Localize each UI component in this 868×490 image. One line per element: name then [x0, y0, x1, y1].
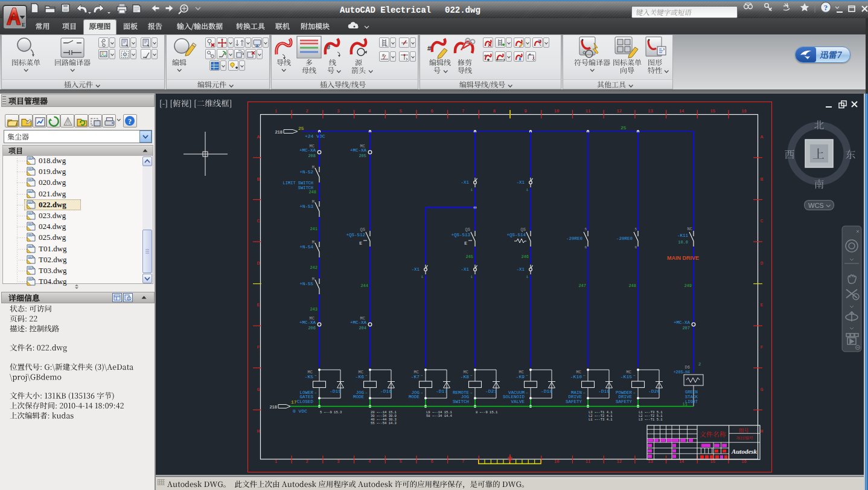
svg-text:241: 241: [310, 227, 318, 231]
svg-text:8 ~--9 15.1: 8 ~--9 15.1: [476, 410, 498, 414]
svg-text:+N-55: +N-55: [299, 282, 313, 286]
svg-text:F: F: [761, 344, 764, 350]
svg-text:M: M: [312, 199, 314, 204]
svg-text:-K6: -K6: [356, 374, 365, 379]
svg-text:6: 6: [430, 109, 433, 114]
svg-text:D: D: [761, 260, 764, 266]
svg-text:SWITCH: SWITCH: [453, 399, 469, 404]
svg-text:L1 ~--T3 4.1: L1 ~--T3 4.1: [589, 417, 613, 422]
svg-text:248: 248: [308, 190, 316, 195]
svg-text:58 ~--34 14.4: 58 ~--34 14.4: [426, 414, 453, 418]
svg-text:-X1: -X1: [411, 267, 420, 272]
svg-text:55 ~--54 14.3: 55 ~--54 14.3: [371, 421, 397, 425]
svg-text:M: M: [312, 165, 314, 170]
svg-text:1: 1: [526, 275, 528, 279]
svg-text:-K5: -K5: [305, 374, 314, 379]
svg-text:10: 10: [554, 109, 559, 114]
svg-text:~: ~: [421, 373, 423, 378]
svg-text:2: 2: [306, 459, 308, 464]
svg-text:249: 249: [684, 283, 692, 288]
svg-text:246: 246: [521, 254, 529, 259]
svg-text:+N-54: +N-54: [299, 245, 313, 250]
svg-text:3: 3: [337, 459, 339, 464]
svg-text:~: ~: [526, 373, 528, 378]
svg-text:206: 206: [308, 326, 316, 330]
svg-text:G: G: [257, 387, 260, 392]
svg-text:E: E: [257, 302, 260, 308]
svg-text:+MC-XA: +MC-XA: [350, 148, 367, 153]
svg-text:~: ~: [583, 373, 586, 378]
svg-text:12: 12: [616, 109, 621, 114]
svg-text:D6: D6: [685, 365, 690, 370]
svg-text:-X1: -X1: [461, 180, 469, 185]
svg-text:E: E: [359, 240, 362, 246]
svg-text:C: C: [761, 218, 764, 224]
svg-text:VALVE: VALVE: [511, 399, 525, 404]
svg-text:MODE: MODE: [353, 395, 365, 399]
svg-text:#: #: [538, 39, 540, 43]
svg-text:LIMIT SWITCH: LIMIT SWITCH: [283, 181, 313, 185]
svg-text:-D20: -D20: [648, 388, 660, 394]
svg-text:~: ~: [633, 373, 636, 378]
svg-text:1: 1: [470, 275, 473, 279]
svg-text:8: 8: [493, 109, 496, 114]
svg-text:M: M: [312, 240, 314, 245]
svg-text:#: #: [529, 53, 531, 56]
svg-text:6: 6: [430, 459, 433, 464]
svg-text:~: ~: [314, 391, 317, 395]
svg-text:-D17: -D17: [436, 388, 447, 394]
svg-text:245: 245: [465, 254, 473, 259]
svg-text:0 VDC: 0 VDC: [293, 408, 307, 414]
svg-text:A: A: [761, 134, 764, 140]
svg-text:2: 2: [698, 362, 701, 367]
svg-text:-X1: -X1: [516, 267, 525, 272]
svg-text:17: 17: [291, 399, 297, 405]
svg-text:+N-52: +N-52: [299, 170, 313, 175]
svg-text:-D18: -D18: [541, 388, 552, 394]
svg-text:207: 207: [682, 326, 690, 330]
svg-text:#: #: [327, 44, 330, 51]
svg-text:-K9: -K9: [516, 374, 525, 379]
svg-text:~: ~: [583, 391, 586, 395]
svg-text:QS: QS: [521, 227, 526, 232]
svg-text:5: 5: [400, 459, 402, 464]
svg-text:5: 5: [584, 227, 587, 231]
svg-text:243: 243: [310, 307, 318, 312]
svg-text:F: F: [257, 344, 260, 350]
svg-text:B: B: [761, 176, 764, 182]
svg-text:247: 247: [578, 283, 586, 288]
svg-text:2: 2: [306, 109, 308, 114]
svg-text:~: ~: [314, 373, 317, 378]
svg-text:H: H: [761, 428, 764, 434]
svg-text:15: 15: [710, 109, 715, 114]
svg-text:-D21: -D21: [485, 388, 497, 394]
svg-text:H: H: [257, 428, 260, 434]
svg-text:?: ?: [824, 3, 828, 12]
svg-text:QS: QS: [465, 227, 470, 232]
svg-text:Autodesk: Autodesk: [731, 448, 758, 455]
svg-text:+24 VDC: +24 VDC: [305, 134, 325, 139]
svg-text:218: 218: [275, 130, 282, 135]
svg-text:~: ~: [526, 391, 528, 395]
svg-text:QS: QS: [360, 227, 365, 232]
svg-text:1: 1: [275, 109, 277, 114]
svg-text:-D15: -D15: [330, 388, 341, 394]
svg-text:STACK: STACK: [685, 395, 698, 399]
svg-text:#: #: [382, 53, 385, 57]
svg-text:+QS-514: +QS-514: [506, 233, 526, 237]
svg-text:-K10: -K10: [570, 374, 582, 379]
svg-text:~: ~: [365, 391, 368, 395]
svg-text:CLOSED: CLOSED: [297, 399, 314, 404]
svg-text:E: E: [464, 240, 467, 246]
svg-text:+MC-XA: +MC-XA: [674, 320, 691, 325]
svg-text:-20RE0: -20RE0: [616, 236, 633, 241]
svg-text:E: E: [761, 302, 764, 308]
svg-text:6: 6: [634, 245, 637, 250]
svg-text:11: 11: [586, 109, 590, 114]
svg-text:1: 1: [275, 459, 277, 464]
svg-text:SAFETY: SAFETY: [566, 399, 582, 404]
svg-text:~: ~: [365, 373, 368, 378]
svg-text:L3 ~--T1 5.1: L3 ~--T1 5.1: [639, 417, 663, 422]
svg-text:208: 208: [308, 153, 316, 158]
svg-text:MAIN DRIVE: MAIN DRIVE: [667, 255, 699, 261]
